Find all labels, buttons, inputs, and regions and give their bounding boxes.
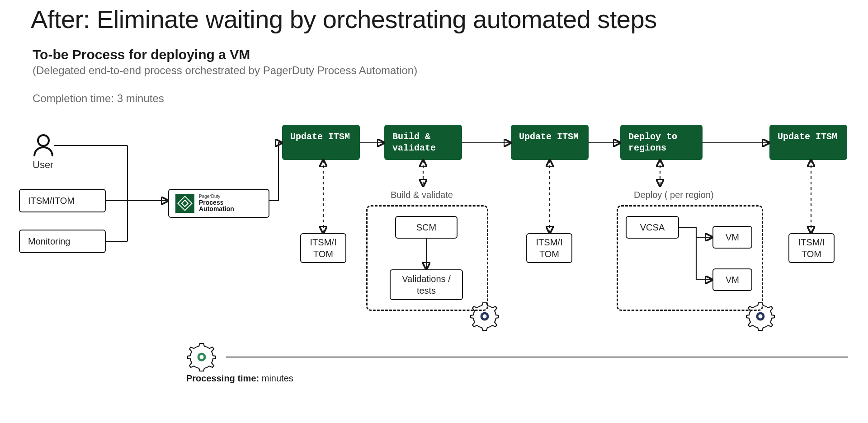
box-vm-1: VM	[712, 226, 752, 249]
step-4-deploy: Deploy to regions	[620, 125, 703, 160]
pd-line2: Automation	[199, 206, 234, 212]
gear-icon	[192, 347, 212, 367]
step-1-update-itsm: Update ITSM	[282, 125, 360, 160]
processing-time-key: Processing time:	[186, 373, 259, 383]
page-title: After: Eliminate waiting by orchestratin…	[31, 5, 657, 34]
box-vm-2: VM	[712, 268, 752, 291]
processing-time-value: minutes	[259, 373, 293, 383]
user-label: User	[33, 159, 53, 171]
completion-time: Completion time: 3 minutes	[33, 92, 164, 105]
detail-itsm-2: ITSM/I TOM	[526, 233, 572, 263]
subtitle-bold: To-be Process for deploying a VM	[33, 47, 250, 62]
group-title-deploy: Deploy ( per region)	[634, 190, 714, 200]
step-2-build-validate: Build & validate	[384, 125, 462, 160]
group-title-build: Build & validate	[391, 190, 453, 200]
subtitle-paren: (Delegated end-to-end process orchestrat…	[33, 64, 417, 77]
diagram-stage: After: Eliminate waiting by orchestratin…	[0, 0, 868, 423]
detail-itsm-1: ITSM/I TOM	[300, 233, 346, 263]
gear-icon	[750, 307, 770, 327]
step-3-update-itsm: Update ITSM	[511, 125, 589, 160]
svg-point-0	[38, 135, 49, 146]
box-itsm-itom: ITSM/ITOM	[19, 189, 106, 212]
box-vcsa: VCSA	[626, 216, 679, 239]
pagerduty-logo-icon	[175, 194, 194, 213]
detail-itsm-3: ITSM/I TOM	[788, 233, 835, 263]
process-automation-node: PagerDuty Process Automation	[168, 189, 269, 218]
pd-brand-small: PagerDuty	[199, 194, 234, 199]
box-scm: SCM	[395, 216, 458, 239]
box-monitoring: Monitoring	[19, 230, 106, 253]
pd-line1: Process	[199, 199, 234, 206]
box-validations: Validations / tests	[390, 269, 463, 300]
step-5-update-itsm: Update ITSM	[769, 125, 847, 160]
processing-time-label: Processing time: minutes	[186, 373, 293, 384]
gear-icon	[475, 307, 495, 327]
user-icon	[33, 134, 54, 157]
